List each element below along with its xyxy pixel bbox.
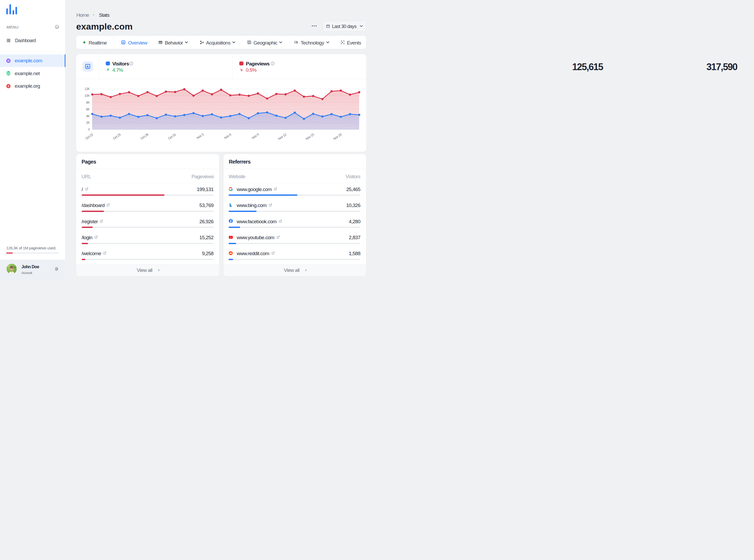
svg-text:Nov 9: Nov 9 xyxy=(251,133,260,140)
svg-text:10K: 10K xyxy=(84,94,90,98)
svg-text:8K: 8K xyxy=(86,101,90,104)
svg-text:Oct 31: Oct 31 xyxy=(168,133,177,140)
svg-text:12K: 12K xyxy=(84,87,90,91)
svg-text:Oct 25: Oct 25 xyxy=(112,133,121,140)
svg-text:4K: 4K xyxy=(86,114,90,118)
svg-text:2K: 2K xyxy=(86,121,90,124)
svg-text:Nov 12: Nov 12 xyxy=(277,133,287,141)
svg-text:Nov 18: Nov 18 xyxy=(332,133,343,141)
svg-text:Nov 15: Nov 15 xyxy=(305,133,315,141)
svg-text:Nov 6: Nov 6 xyxy=(224,133,232,140)
svg-text:6K: 6K xyxy=(86,107,90,111)
svg-text:Oct 22: Oct 22 xyxy=(84,133,94,140)
svg-text:Nov 3: Nov 3 xyxy=(196,133,205,140)
svg-text:0: 0 xyxy=(88,128,90,132)
svg-text:Oct 28: Oct 28 xyxy=(140,133,149,140)
